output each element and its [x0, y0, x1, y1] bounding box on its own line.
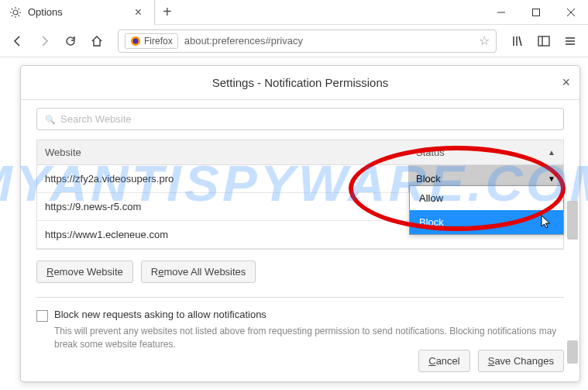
table-header: Website Status▲ — [37, 140, 563, 165]
browser-tab[interactable]: Options × — [0, 0, 155, 25]
checkbox-label[interactable]: Block new requests asking to allow notif… — [54, 309, 266, 320]
home-button[interactable] — [85, 29, 108, 53]
url-text: about:preferences#privacy — [184, 35, 303, 47]
remove-all-button[interactable]: Remove All Websites — [141, 261, 256, 283]
gear-icon — [9, 6, 22, 19]
settings-dialog: Settings - Notification Permissions × Se… — [20, 65, 580, 382]
reload-button[interactable] — [59, 29, 82, 53]
dialog-header: Settings - Notification Permissions × — [21, 66, 579, 100]
sidebar-icon[interactable] — [532, 29, 555, 53]
svg-rect-10 — [538, 36, 549, 46]
column-status[interactable]: Status▲ — [408, 140, 563, 164]
menu-icon[interactable] — [559, 29, 582, 53]
minimize-button[interactable] — [483, 0, 518, 25]
titlebar: Options × + — [0, 0, 588, 25]
block-new-checkbox-row: Block new requests asking to allow notif… — [36, 309, 564, 322]
scrollbar-thumb[interactable] — [567, 201, 578, 240]
url-bar[interactable]: Firefox about:preferences#privacy ☆ — [118, 29, 497, 53]
column-website[interactable]: Website — [37, 140, 408, 164]
divider — [36, 297, 564, 298]
chevron-down-icon: ▼ — [548, 174, 555, 183]
firefox-badge: Firefox — [125, 33, 178, 49]
sort-caret-icon: ▲ — [548, 148, 555, 157]
svg-line-9 — [519, 36, 521, 46]
tab-close-icon[interactable]: × — [132, 5, 145, 19]
forward-button — [33, 29, 56, 53]
svg-point-0 — [13, 10, 18, 15]
svg-point-6 — [133, 38, 139, 43]
dialog-close-icon[interactable]: × — [562, 74, 570, 91]
action-buttons: Remove Website Remove All Websites — [36, 261, 564, 283]
save-changes-button[interactable]: Save Changes — [478, 350, 564, 372]
bookmark-star-icon[interactable]: ☆ — [479, 33, 490, 48]
svg-rect-2 — [532, 9, 539, 16]
maximize-button[interactable] — [518, 0, 553, 25]
remove-website-button[interactable]: Remove Website — [36, 261, 133, 283]
dropdown-option-block[interactable]: Block — [410, 210, 563, 234]
close-button[interactable] — [553, 0, 588, 25]
new-tab-button[interactable]: + — [155, 3, 180, 21]
badge-text: Firefox — [144, 36, 173, 47]
cancel-button[interactable]: Cancel — [418, 350, 469, 372]
back-button[interactable] — [6, 29, 29, 53]
block-new-checkbox[interactable] — [36, 310, 48, 322]
dialog-title: Settings - Notification Permissions — [212, 76, 389, 89]
website-cell: https://zfy2a.videosupers.pro — [37, 165, 408, 192]
library-icon[interactable] — [506, 29, 529, 53]
dialog-footer: Cancel Save Changes — [418, 350, 564, 372]
tab-title: Options — [28, 6, 63, 18]
firefox-icon — [130, 36, 141, 47]
window-controls — [483, 0, 588, 25]
search-website-input[interactable]: Search Website — [36, 108, 564, 130]
scrollbar-thumb[interactable] — [567, 340, 578, 364]
dropdown-option-allow[interactable]: Allow — [410, 186, 563, 210]
toolbar: Firefox about:preferences#privacy ☆ — [0, 25, 588, 57]
checkbox-description: This will prevent any websites not liste… — [54, 325, 564, 351]
status-dropdown-menu: Allow Block — [409, 185, 564, 235]
